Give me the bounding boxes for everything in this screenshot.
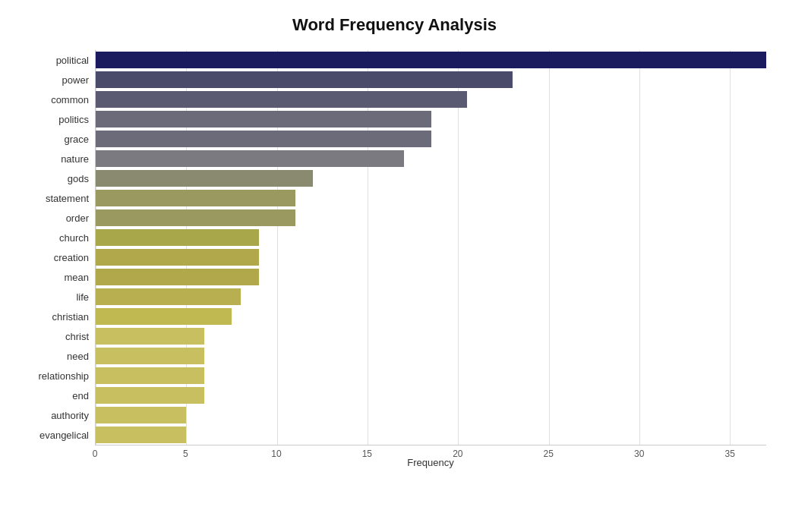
bar [96, 407, 186, 423]
y-axis-label: political [56, 50, 89, 70]
bar-row [96, 168, 766, 188]
x-tick: 10 [271, 449, 281, 459]
bar-row [96, 208, 766, 228]
bar-row [96, 129, 766, 149]
x-tick: 35 [725, 449, 735, 459]
bar-row [96, 188, 766, 208]
bar [96, 131, 431, 147]
bar [96, 209, 295, 226]
bar [96, 288, 241, 305]
bar [96, 427, 186, 443]
chart-area: politicalpowercommonpoliticsgracenatureg… [23, 50, 766, 468]
x-axis-label: Frequency [95, 457, 766, 468]
y-axis-label: gods [68, 168, 89, 188]
bar [96, 249, 259, 266]
y-axis-label: christian [52, 307, 89, 327]
y-axis-label: life [76, 288, 89, 307]
bar-row [96, 109, 766, 129]
plot-area: 05101520253035 Frequency [95, 50, 766, 468]
bar [96, 328, 204, 345]
y-axis-label: need [67, 347, 89, 367]
x-tick: 20 [453, 449, 462, 459]
bar [96, 170, 313, 187]
chart-title: Word Frequency Analysis [23, 15, 766, 35]
x-tick: 5 [183, 449, 188, 459]
bar [96, 52, 766, 68]
y-axis-label: common [51, 90, 89, 109]
bar-row [96, 386, 766, 405]
y-axis-label: power [62, 70, 89, 90]
bar-row [96, 149, 766, 168]
bar-row [96, 50, 766, 70]
y-axis-label: nature [61, 149, 89, 168]
bar-row [96, 247, 766, 267]
bar-row [96, 267, 766, 287]
x-axis: 05101520253035 [95, 445, 766, 454]
bar [96, 150, 404, 167]
bar [96, 190, 295, 206]
y-axis-label: end [72, 386, 89, 406]
bar-row [96, 405, 766, 425]
bar-row [96, 307, 766, 326]
y-axis-label: church [59, 228, 89, 247]
bar [96, 91, 467, 108]
bar [96, 229, 259, 246]
bar [96, 348, 204, 364]
x-tick: 0 [93, 449, 98, 459]
y-axis-label: relationship [39, 367, 90, 386]
y-axis-label: statement [46, 188, 89, 208]
y-axis-label: authority [51, 406, 89, 426]
bar [96, 367, 204, 384]
bar-row [96, 326, 766, 346]
y-axis-label: grace [64, 129, 89, 149]
y-axis-label: politics [58, 109, 89, 129]
bar [96, 308, 232, 325]
bar [96, 387, 204, 404]
chart-container: Word Frequency Analysis politicalpowerco… [0, 0, 789, 532]
bar-row [96, 90, 766, 109]
bar-row [96, 287, 766, 307]
x-tick: 15 [362, 449, 372, 459]
bar [96, 71, 513, 88]
bar [96, 111, 431, 127]
bar-row [96, 346, 766, 366]
bar [96, 269, 259, 285]
y-axis-label: evangelical [39, 426, 89, 445]
y-axis-label: mean [64, 268, 89, 288]
bar-row [96, 425, 766, 445]
x-tick: 25 [544, 449, 554, 459]
y-axis-label: creation [54, 247, 89, 267]
x-tick: 30 [634, 449, 644, 459]
bars-container [95, 50, 766, 445]
y-axis-label: christ [65, 327, 89, 347]
bar-row [96, 228, 766, 247]
bar-row [96, 70, 766, 90]
y-axis-label: order [66, 208, 89, 228]
y-axis: politicalpowercommonpoliticsgracenatureg… [23, 50, 95, 468]
bar-row [96, 366, 766, 386]
